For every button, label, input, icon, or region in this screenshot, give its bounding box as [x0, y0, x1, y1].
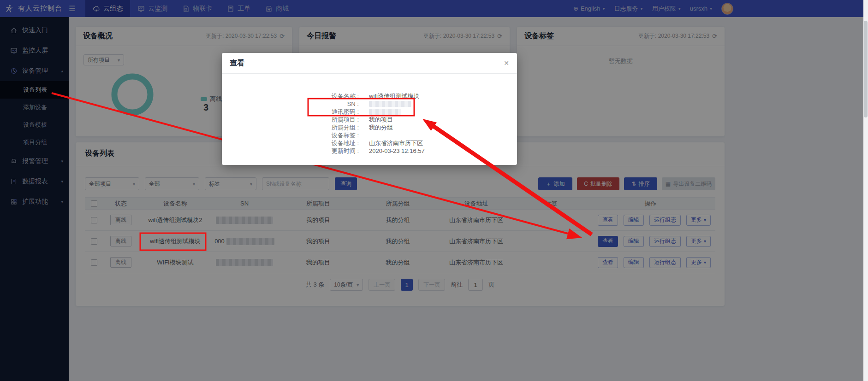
field-label: 所属分组 : [222, 123, 359, 131]
field-label: 通讯密码 : [222, 108, 359, 116]
scrollbar-thumb[interactable] [864, 21, 868, 117]
field-value [359, 131, 369, 139]
modal-header: 查看 ✕ [222, 53, 517, 74]
field-row: 设备地址 : 山东省济南市历下区 [222, 139, 517, 147]
field-row: 设备名称 : wifi透传组测试模块 [222, 92, 517, 100]
field-value: 山东省济南市历下区 [359, 139, 423, 147]
field-label: 所属项目 : [222, 116, 359, 123]
close-icon[interactable]: ✕ [504, 59, 509, 67]
field-row: 更新时间 : 2020-03-23 12:16:57 [222, 147, 517, 155]
app-window: 有人云控制台 ☰ 云组态 云监测 物联卡 工单 商城 [0, 0, 868, 381]
field-row: 所属项目 : 我的项目 [222, 116, 517, 123]
field-value: wifi透传组测试模块 [359, 92, 420, 100]
field-value: 我的项目 [359, 116, 393, 123]
modal-fields: 设备名称 : wifi透传组测试模块 SN : 通讯密码 : 所属项目 : 我的… [222, 92, 517, 155]
scrollbar[interactable] [863, 0, 868, 381]
field-label: 设备标签 : [222, 131, 359, 139]
field-value-password-masked [359, 108, 401, 116]
field-row: SN : [222, 100, 517, 108]
field-value: 2020-03-23 12:16:57 [359, 147, 425, 155]
field-row: 所属分组 : 我的分组 [222, 123, 517, 131]
field-value-sn-masked [359, 100, 411, 108]
field-label: 更新时间 : [222, 147, 359, 155]
field-label: 设备名称 : [222, 92, 359, 100]
field-row: 设备标签 : [222, 131, 517, 139]
field-label: 设备地址 : [222, 139, 359, 147]
field-row: 通讯密码 : [222, 108, 517, 116]
modal-title: 查看 [230, 59, 244, 68]
field-value: 我的分组 [359, 123, 393, 131]
view-device-modal: 查看 ✕ 设备名称 : wifi透传组测试模块 SN : 通讯密码 : 所属项目… [222, 53, 517, 165]
field-label: SN : [222, 100, 359, 108]
